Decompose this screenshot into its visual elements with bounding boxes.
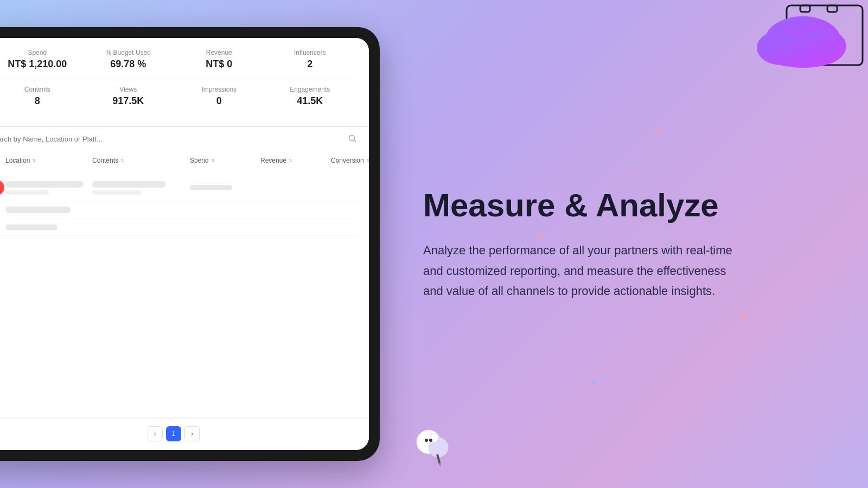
sort-icon-contents: ⇅ — [120, 158, 124, 163]
sort-icon-location: ⇅ — [32, 158, 36, 163]
stat-views-label: Views — [86, 86, 171, 93]
th-revenue[interactable]: Revenue ⇅ — [260, 157, 331, 164]
stat-influencers-value: 2 — [267, 59, 353, 70]
sort-icon-spend: ⇅ — [211, 158, 215, 163]
right-panel: Measure & Analyze Analyze the performanc… — [380, 0, 868, 488]
creature-illustration — [407, 418, 461, 472]
pagination-current[interactable]: 1 — [166, 426, 181, 441]
stat-views: Views 917.5K — [86, 86, 171, 107]
stat-impressions: Impressions 0 — [176, 86, 262, 107]
table-row — [0, 175, 358, 201]
pagination-next[interactable]: › — [184, 426, 200, 441]
search-icon — [347, 133, 358, 144]
search-section — [0, 127, 369, 151]
stat-contents: Contents 8 — [0, 86, 80, 107]
table-section: Location ⇅ Contents ⇅ Spend ⇅ Revenue ⇅ … — [0, 151, 369, 417]
stat-revenue: Revenue NT$ 0 — [176, 49, 262, 70]
stats-section: Spend NT$ 1,210.00 % Budget Used 69.78 %… — [0, 38, 369, 127]
stat-spend-value: NT$ 1,210.00 — [0, 59, 80, 70]
stats-row-2: Contents 8 Views 917.5K Impressions 0 En… — [0, 86, 353, 107]
svg-line-8 — [354, 140, 356, 143]
table-header: Location ⇅ Contents ⇅ Spend ⇅ Revenue ⇅ … — [0, 151, 369, 170]
stat-influencers-label: Influencers — [267, 49, 353, 56]
stat-spend: Spend NT$ 1,210.00 — [0, 49, 80, 70]
row-location — [5, 224, 92, 230]
stat-revenue-value: NT$ 0 — [176, 59, 262, 70]
stats-row-1: Spend NT$ 1,210.00 % Budget Used 69.78 %… — [0, 49, 353, 70]
stat-spend-label: Spend — [0, 49, 80, 56]
tablet-device: Spend NT$ 1,210.00 % Budget Used 69.78 %… — [0, 27, 380, 461]
stat-budget-value: 69.78 % — [86, 59, 171, 70]
pagination-prev[interactable]: ‹ — [148, 426, 163, 441]
svg-marker-15 — [439, 463, 442, 467]
stat-impressions-label: Impressions — [176, 86, 262, 93]
stat-contents-label: Contents — [0, 86, 80, 93]
stats-divider — [0, 79, 353, 79]
tablet-screen: Spend NT$ 1,210.00 % Budget Used 69.78 %… — [0, 38, 369, 450]
main-description: Analyze the performance of all your part… — [423, 240, 738, 301]
table-body — [0, 170, 369, 240]
stat-impressions-value: 0 — [176, 95, 262, 107]
svg-point-13 — [429, 439, 432, 442]
stat-views-value: 917.5K — [86, 95, 171, 107]
th-conversion[interactable]: Conversion ⇅ — [331, 157, 369, 164]
pagination: ‹ 1 › — [0, 417, 369, 450]
stat-engagements-label: Engagements — [267, 86, 353, 93]
row-location — [5, 207, 92, 213]
sort-icon-revenue: ⇅ — [289, 158, 292, 163]
row-spend — [190, 185, 260, 190]
row-avatar — [0, 180, 5, 195]
th-spend[interactable]: Spend ⇅ — [190, 157, 260, 164]
stat-revenue-label: Revenue — [176, 49, 262, 56]
main-title: Measure & Analyze — [423, 187, 825, 224]
table-row — [0, 219, 358, 236]
svg-point-12 — [425, 439, 428, 442]
table-row — [0, 201, 358, 219]
search-input[interactable] — [0, 135, 343, 143]
th-location[interactable]: Location ⇅ — [5, 157, 92, 164]
th-avatar — [0, 157, 5, 164]
th-contents[interactable]: Contents ⇅ — [92, 157, 190, 164]
stat-contents-value: 8 — [0, 95, 80, 107]
stat-budget: % Budget Used 69.78 % — [86, 49, 171, 70]
stat-engagements: Engagements 41.5K — [267, 86, 353, 107]
stat-budget-label: % Budget Used — [86, 49, 171, 56]
row-contents — [92, 181, 190, 195]
stat-engagements-value: 41.5K — [267, 95, 353, 107]
row-location — [5, 181, 92, 195]
stat-influencers: Influencers 2 — [267, 49, 353, 70]
sort-icon-conversion: ⇅ — [366, 158, 369, 163]
